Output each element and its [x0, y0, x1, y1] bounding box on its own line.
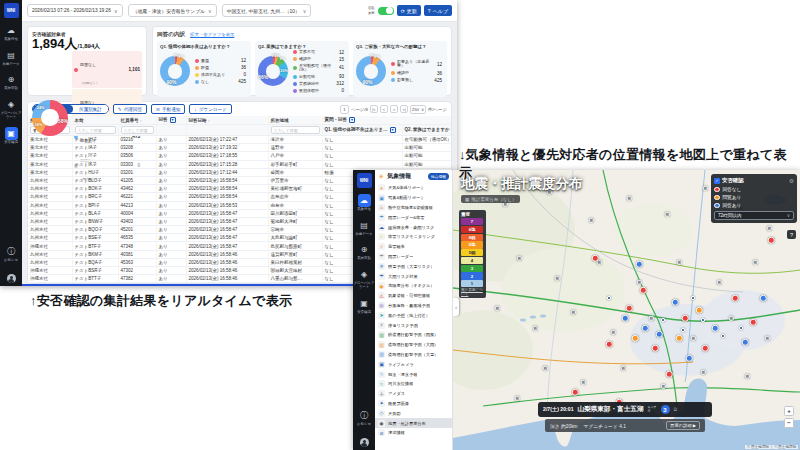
table-row[interactable]: 東北支社 テストIA子 03208 あり 2026/02/13(金) 17:19…	[28, 144, 452, 152]
filter-icon[interactable]: ▼	[170, 117, 176, 123]
road-sign-marker[interactable]	[729, 316, 734, 321]
map-help-button[interactable]: ?	[787, 230, 796, 239]
col-answer[interactable]: 回答▼	[156, 116, 186, 125]
person-pin-marker[interactable]	[626, 305, 633, 312]
menu-item[interactable]: ◉ 地震・推計震度分布	[375, 418, 452, 428]
panel-collapse-button[interactable]: ‹	[453, 298, 459, 316]
expand-graphs-link[interactable]: 拡大・全グラフを表示	[190, 32, 234, 37]
road-sign-marker[interactable]	[665, 212, 670, 217]
auto-update-toggle[interactable]	[378, 7, 394, 15]
menu-item[interactable]: ☂ 雨雲レーダー	[375, 252, 452, 262]
person-pin-marker[interactable]	[742, 339, 749, 346]
name-search-input[interactable]	[75, 126, 116, 134]
person-pin-marker[interactable]	[682, 315, 689, 322]
person-pin-marker[interactable]	[652, 345, 659, 352]
sidebar-item[interactable]: ▣ 安否確認	[1, 127, 22, 145]
person-pin-marker[interactable]	[750, 319, 757, 326]
earthquake-info-bar[interactable]: 2/7(土) 20:01 山梨県東部・富士五湖 最大震度 3 ⧉	[538, 402, 712, 417]
col-datetime[interactable]: 回答日時 ↕	[186, 116, 268, 125]
person-pin-marker[interactable]	[572, 389, 579, 396]
gear-icon[interactable]: ⚙	[789, 178, 794, 184]
sidebar-item[interactable]: ◈ グローバルアラート	[354, 268, 375, 289]
report-select[interactable]: （地震・津波）安否報告サンプル∨	[128, 4, 217, 17]
menu-item[interactable]: ◎ 台風進路・暴風域予測	[375, 301, 452, 311]
road-sign-marker[interactable]	[589, 218, 594, 223]
menu-item[interactable]: ≈ 河川水位情報	[375, 379, 452, 389]
road-sign-marker[interactable]	[649, 316, 654, 321]
person-pin-marker[interactable]	[606, 341, 613, 348]
person-pin-marker[interactable]	[642, 325, 649, 332]
road-sign-marker[interactable]	[555, 276, 560, 281]
road-sign-marker[interactable]	[691, 336, 696, 341]
sidebar-item[interactable]: ▣ 安否確認	[354, 297, 375, 315]
menu-item[interactable]: ✦ 衛星雲画像	[375, 399, 452, 409]
person-pin-marker[interactable]	[676, 335, 683, 342]
location-info-button[interactable]: 地点情報	[428, 173, 449, 180]
sort-icon[interactable]: ↕	[208, 118, 210, 123]
intensity-about-link[interactable]: 推計震度について	[461, 288, 484, 296]
menu-item[interactable]: ☂ 雨雲レーダー&落雷	[375, 212, 452, 222]
menu-item[interactable]: ≋ 津波情報	[375, 428, 452, 438]
zoom-out-button[interactable]: −	[784, 418, 794, 428]
menu-item[interactable]: ▣ 写真&動画リポート	[375, 193, 452, 203]
road-sign-marker[interactable]	[717, 280, 722, 285]
last-page-button[interactable]: >|	[400, 105, 408, 113]
sidebar-item[interactable]: ☁ 気象情報	[1, 24, 22, 42]
per-page-select[interactable]: 250 ∨	[410, 105, 426, 114]
first-page-button[interactable]: |<	[370, 105, 378, 113]
road-sign-marker[interactable]	[739, 326, 743, 330]
prev-page-button[interactable]: <	[380, 105, 388, 113]
daterange-select[interactable]: 2026/02/13 07:26 - 2026/02/13 19:26∨	[27, 4, 123, 17]
road-sign-marker[interactable]	[661, 318, 665, 322]
manual-notify-button[interactable]: ✉手動通知	[151, 104, 185, 114]
copy-icon[interactable]: ⧉	[674, 406, 678, 413]
map-canvas[interactable]: 地震・推計震度分布 ▦推計震度分布（なし） 震度 7 6強 6弱 5強 5弱 4…	[453, 170, 800, 450]
col-questions-group[interactable]: 質問・回答▼	[322, 116, 452, 125]
person-pin-marker[interactable]	[656, 331, 663, 338]
road-sign-marker[interactable]	[581, 380, 586, 385]
person-pin-marker[interactable]	[632, 335, 639, 342]
intensity-detail-button[interactable]: 震度の詳細 ▶	[666, 421, 700, 430]
road-sign-marker[interactable]	[703, 186, 708, 191]
menu-item[interactable]: ⚡ 落雷リスクモニタリング	[375, 232, 452, 242]
road-sign-marker[interactable]	[533, 326, 538, 331]
menu-item[interactable]: ◇ 天気図	[375, 408, 452, 418]
menu-item[interactable]: ✛ アメダス	[375, 389, 452, 399]
person-pin-marker[interactable]	[640, 287, 647, 294]
road-sign-marker[interactable]	[543, 366, 548, 371]
person-pin-marker[interactable]	[732, 295, 739, 302]
menu-item[interactable]: ☁ 線状降水帯・豪雨リスク	[375, 222, 452, 232]
road-sign-marker[interactable]	[661, 384, 666, 389]
menu-item[interactable]: ⚡ 発雷確率	[375, 242, 452, 252]
user-avatar[interactable]	[7, 274, 16, 283]
zoom-in-button[interactable]: +	[784, 406, 794, 416]
emp-search-input[interactable]	[121, 126, 154, 134]
table-row[interactable]: 東北支社 テストIK子 03303 あり 2026/02/13(金) 17:15…	[28, 160, 452, 168]
proxy-answer-button[interactable]: ✎代理回答	[113, 104, 147, 114]
road-sign-marker[interactable]	[621, 366, 626, 371]
tab-org-aggregate[interactable]: 所属別集計	[73, 105, 108, 113]
help-button[interactable]: ?ヘルプ	[424, 5, 452, 16]
org-select[interactable]: 中国支社, 中部支社, 九州…（10）∨	[222, 4, 312, 17]
road-sign-marker[interactable]	[681, 328, 685, 332]
road-sign-marker[interactable]	[611, 330, 616, 335]
sidebar-item[interactable]: ⊕ 気候変動	[354, 243, 375, 261]
refresh-button[interactable]: ⟳更新	[397, 5, 421, 16]
menu-item[interactable]: ◉ 危険度分布（キキクル）	[375, 281, 452, 291]
sidebar-item[interactable]: ☁ 気象情報	[354, 194, 375, 212]
menu-item[interactable]: ♨ 熱中症危険度&警戒情報	[375, 203, 452, 213]
road-sign-marker[interactable]	[691, 296, 695, 300]
layer-chip[interactable]: ▦推計震度分布（なし）	[461, 195, 520, 203]
filter-icon[interactable]: ▼	[390, 127, 396, 133]
page-number-box[interactable]: 1	[340, 105, 349, 114]
road-sign-marker[interactable]	[753, 260, 758, 265]
menu-item[interactable]: ⚠ 気象警報・可視性情報	[375, 291, 452, 301]
person-pin-marker[interactable]	[712, 325, 719, 332]
road-sign-marker[interactable]	[495, 306, 500, 311]
road-sign-marker[interactable]	[637, 280, 642, 285]
road-sign-marker[interactable]	[721, 334, 725, 338]
person-pin-marker[interactable]	[760, 295, 767, 302]
person-pin-marker[interactable]	[686, 355, 693, 362]
person-pin-marker[interactable]	[622, 315, 629, 322]
col-q1[interactable]: Q1. 怪我や体調不良はありま…▼	[322, 125, 402, 136]
